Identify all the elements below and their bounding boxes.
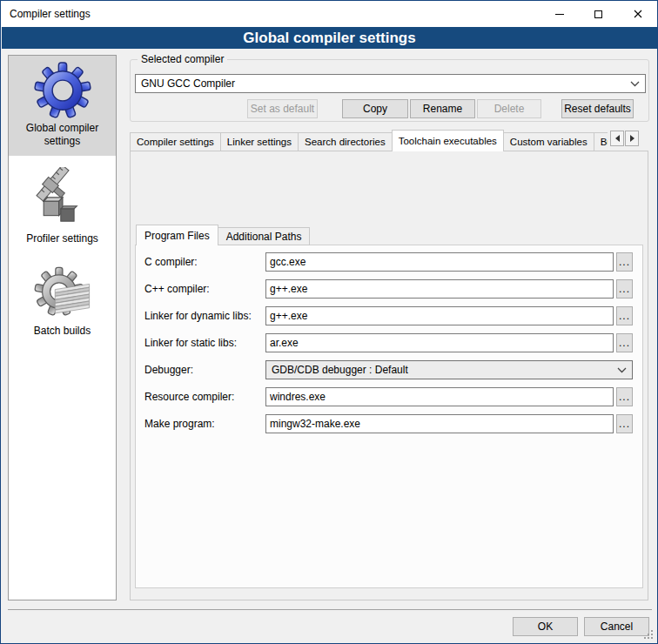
browse-button[interactable]: ...	[616, 333, 633, 352]
close-icon	[634, 10, 642, 18]
title-bar: Compiler settings	[1, 1, 657, 27]
footer-divider	[8, 609, 652, 610]
sidebar-item-profiler-settings[interactable]: Profiler settings	[9, 161, 116, 253]
compiler-settings-window: Compiler settings Global compiler settin…	[0, 0, 658, 644]
minimize-button[interactable]	[540, 1, 579, 27]
arrow-left-icon	[615, 135, 620, 142]
field-row-resource-compiler: Resource compiler: ...	[136, 387, 642, 406]
field-row-debugger: Debugger: GDB/CDB debugger : Default	[136, 360, 642, 379]
tab-search-directories[interactable]: Search directories	[298, 132, 393, 151]
tab-scroll-left-button[interactable]	[610, 131, 624, 146]
browse-button[interactable]: ...	[616, 279, 633, 299]
field-label: C compiler:	[144, 252, 198, 272]
compiler-select[interactable]: GNU GCC Compiler	[135, 74, 646, 93]
browse-button[interactable]: ...	[616, 387, 633, 406]
tab-custom-variables[interactable]: Custom variables	[503, 132, 594, 151]
settings-tabstrip: Compiler settings Linker settings Search…	[130, 130, 648, 151]
reset-defaults-button[interactable]: Reset defaults	[561, 99, 634, 118]
sidebar-item-label: Profiler settings	[12, 232, 112, 245]
field-label: Linker for static libs:	[144, 333, 237, 352]
debugger-select[interactable]: GDB/CDB debugger : Default	[265, 360, 633, 379]
delete-button[interactable]: Delete	[477, 99, 541, 118]
ellipsis-icon: ...	[619, 283, 630, 295]
set-as-default-button[interactable]: Set as default	[247, 99, 318, 118]
settings-category-list: Global compiler settings	[8, 55, 117, 600]
cpp-compiler-input[interactable]	[265, 279, 614, 299]
sidebar-item-global-compiler-settings[interactable]: Global compiler settings	[9, 56, 116, 156]
window-title: Compiler settings	[10, 8, 91, 20]
close-button[interactable]	[618, 1, 657, 27]
subtab-program-files[interactable]: Program Files	[136, 225, 218, 245]
minimize-icon	[555, 14, 564, 15]
tab-linker-settings[interactable]: Linker settings	[220, 132, 299, 151]
field-row-static-linker: Linker for static libs: ...	[136, 333, 642, 352]
field-label: Debugger:	[144, 360, 193, 379]
compiler-actions: Set as default Copy Rename Delete Reset …	[131, 99, 634, 118]
field-row-c-compiler: C compiler: ...	[136, 252, 642, 272]
selected-compiler-group: Selected compiler GNU GCC Compiler Set a…	[130, 59, 649, 122]
ellipsis-icon: ...	[619, 310, 630, 322]
tab-scroll-right-button[interactable]	[625, 131, 639, 146]
cancel-button[interactable]: Cancel	[584, 617, 649, 636]
make-program-input[interactable]	[265, 414, 614, 433]
program-files-panel: C compiler: ... C++ compiler: ... Linker…	[135, 245, 643, 588]
static-libs-linker-input[interactable]	[265, 333, 614, 352]
group-label: Selected compiler	[138, 53, 227, 65]
field-label: Linker for dynamic libs:	[144, 306, 252, 325]
field-row-make-program: Make program: ...	[136, 414, 642, 433]
browse-button[interactable]: ...	[616, 414, 633, 433]
dialog-header: Global compiler settings	[2, 27, 657, 49]
tab-build-options[interactable]: Build	[594, 132, 608, 151]
maximize-button[interactable]	[579, 1, 618, 27]
field-label: Resource compiler:	[144, 387, 234, 406]
arrow-right-icon	[630, 135, 634, 142]
browse-button[interactable]: ...	[616, 252, 633, 272]
field-row-cpp-compiler: C++ compiler: ...	[136, 279, 642, 299]
page-title: Global compiler settings	[243, 30, 415, 47]
c-compiler-input[interactable]	[265, 252, 614, 272]
ok-button[interactable]: OK	[513, 617, 578, 636]
copy-button[interactable]: Copy	[342, 99, 408, 118]
resource-compiler-input[interactable]	[265, 387, 614, 406]
gear-stack-icon	[12, 265, 112, 322]
tabs-scroller: Compiler settings Linker settings Search…	[130, 130, 608, 151]
chevron-down-icon	[617, 367, 627, 373]
sidebar-item-label: Batch builds	[12, 325, 112, 338]
ellipsis-icon: ...	[619, 337, 630, 349]
window-controls	[540, 1, 657, 27]
rename-button[interactable]: Rename	[410, 99, 475, 118]
maximize-icon	[594, 10, 602, 18]
ellipsis-icon: ...	[619, 256, 630, 268]
field-label: Make program:	[144, 414, 215, 433]
tab-toolchain-executables[interactable]: Toolchain executables	[392, 130, 504, 151]
toolchain-subtabs: Program Files Additional Paths	[136, 225, 309, 245]
field-label: C++ compiler:	[144, 279, 210, 299]
field-row-dynamic-linker: Linker for dynamic libs: ...	[136, 306, 642, 325]
subtab-additional-paths[interactable]: Additional Paths	[218, 227, 311, 245]
resize-grip[interactable]	[644, 630, 653, 639]
sidebar-item-batch-builds[interactable]: Batch builds	[9, 258, 116, 345]
dynamic-libs-linker-input[interactable]	[265, 306, 614, 325]
tab-compiler-settings[interactable]: Compiler settings	[130, 132, 221, 151]
caliper-icon	[12, 167, 112, 230]
ellipsis-icon: ...	[619, 418, 630, 430]
ellipsis-icon: ...	[619, 391, 630, 403]
debugger-select-value: GDB/CDB debugger : Default	[272, 364, 614, 376]
browse-button[interactable]: ...	[616, 306, 633, 325]
chevron-down-icon	[630, 81, 640, 87]
compiler-select-value: GNU GCC Compiler	[141, 77, 627, 90]
sidebar-item-label: Global compiler settings	[12, 122, 112, 148]
tab-scroll-arrows	[609, 131, 639, 146]
gear-blue-icon	[12, 62, 112, 119]
